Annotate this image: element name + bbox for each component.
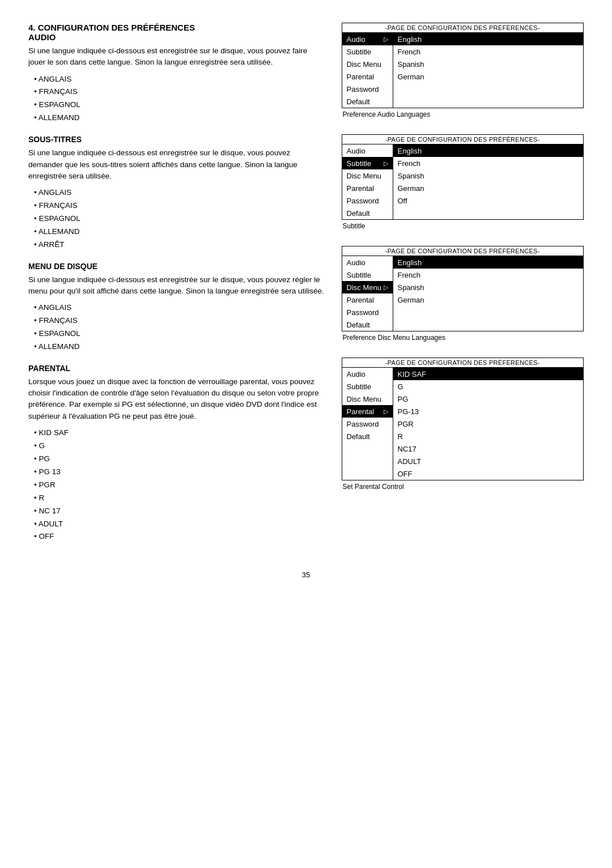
menu-item-parental[interactable]: Parental ▷ xyxy=(342,405,393,418)
menu-item-password[interactable]: Password xyxy=(342,194,393,207)
option-french[interactable]: French xyxy=(393,269,584,281)
menu-item-disc-menu[interactable]: Disc Menu xyxy=(342,58,393,70)
menu-item-disc-menu[interactable]: Disc Menu ▷ xyxy=(342,281,393,293)
menu-item-subtitle[interactable]: Subtitle xyxy=(342,380,393,393)
list-item: ANGLAIS xyxy=(34,73,325,86)
list-item: ESPAGNOL xyxy=(34,327,325,341)
audio-panel-caption: Preference Audio Languages xyxy=(342,110,584,118)
menu-item-label: Disc Menu xyxy=(347,172,381,180)
list-item: R xyxy=(34,492,325,505)
menu-item-parental[interactable]: Parental xyxy=(342,182,393,194)
parental-list: KID SAF G PG PG 13 PGR R NC 17 ADULT OFF xyxy=(34,427,325,543)
sous-titres-body: Si une langue indiquée ci-dessous est en… xyxy=(28,147,325,182)
menu-item-label: Password xyxy=(347,308,379,317)
menu-disque-list: ANGLAIS FRANÇAIS ESPAGNOL ALLEMAND xyxy=(34,301,325,354)
parental-heading: PARENTAL xyxy=(28,364,325,373)
option-german[interactable]: German xyxy=(393,70,584,83)
option-spanish[interactable]: Spanish xyxy=(393,58,584,70)
disc-menu-panel: -PAGE DE CONFIGURATION DES PRÉFÉRENCES- … xyxy=(342,246,584,342)
menu-item-default[interactable]: Default xyxy=(342,95,393,108)
menu-item-label: Parental xyxy=(347,407,374,416)
option-off[interactable]: OFF xyxy=(393,467,584,480)
menu-item-disc-menu[interactable]: Disc Menu xyxy=(342,393,393,405)
sous-titres-heading: SOUS-TITRES xyxy=(28,135,325,144)
option-spanish[interactable]: Spanish xyxy=(393,169,584,182)
list-item: FRANÇAIS xyxy=(34,314,325,327)
menu-item-label: Default xyxy=(347,321,370,329)
page-number: 35 xyxy=(28,571,584,579)
menu-item-default[interactable]: Default xyxy=(342,318,393,331)
menu-item-label: Default xyxy=(347,209,370,218)
list-item: OFF xyxy=(34,530,325,543)
menu-item-label: Disc Menu xyxy=(347,60,381,69)
list-item: ALLEMAND xyxy=(34,112,325,125)
arrow-icon: ▷ xyxy=(384,160,388,167)
sous-titres-list: ANGLAIS FRANÇAIS ESPAGNOL ALLEMAND ARRÊT xyxy=(34,186,325,252)
list-item: PG xyxy=(34,453,325,466)
option-french[interactable]: French xyxy=(393,45,584,58)
disc-menu-panel-caption: Preference Disc Menu Languages xyxy=(342,334,584,342)
parental-body: Lorsque vous jouez un disque avec la fon… xyxy=(28,376,325,422)
menu-item-password[interactable]: Password xyxy=(342,83,393,95)
section-parental: PARENTAL Lorsque vous jouez un disque av… xyxy=(28,364,325,543)
list-item: ARRÊT xyxy=(34,239,325,252)
list-item: ALLEMAND xyxy=(34,225,325,239)
option-pg13[interactable]: PG-13 xyxy=(393,405,584,418)
menu-item-label: Default xyxy=(347,432,370,441)
option-kid-saf[interactable]: KID SAF xyxy=(393,368,584,380)
list-item: PG 13 xyxy=(34,466,325,479)
menu-item-label: Audio xyxy=(347,147,366,155)
menu-item-label: Audio xyxy=(347,258,366,267)
menu-item-password[interactable]: Password xyxy=(342,418,393,430)
subtitle-panel-caption: Subtitle xyxy=(342,222,584,230)
menu-item-audio[interactable]: Audio xyxy=(342,368,393,380)
arrow-icon: ▷ xyxy=(384,284,388,291)
menu-item-audio[interactable]: Audio xyxy=(342,144,393,157)
option-english[interactable]: English xyxy=(393,256,584,269)
option-pgr[interactable]: PGR xyxy=(393,418,584,430)
audio-panel-menu: Audio ▷ Subtitle Disc Menu Parental Pass… xyxy=(342,33,393,108)
menu-item-disc-menu[interactable]: Disc Menu xyxy=(342,169,393,182)
menu-item-audio[interactable]: Audio xyxy=(342,256,393,269)
menu-item-subtitle[interactable]: Subtitle xyxy=(342,45,393,58)
option-g[interactable]: G xyxy=(393,380,584,393)
menu-item-audio[interactable]: Audio ▷ xyxy=(342,33,393,45)
audio-panel-box: Audio ▷ Subtitle Disc Menu Parental Pass… xyxy=(342,32,584,108)
option-german[interactable]: German xyxy=(393,182,584,194)
menu-item-label: Password xyxy=(347,197,379,205)
option-pg[interactable]: PG xyxy=(393,393,584,405)
parental-panel-options: KID SAF G PG PG-13 PGR R NC17 ADULT OFF xyxy=(393,368,584,480)
option-german[interactable]: German xyxy=(393,293,584,306)
option-off[interactable]: Off xyxy=(393,194,584,207)
option-nc17[interactable]: NC17 xyxy=(393,442,584,455)
option-english[interactable]: English xyxy=(393,144,584,157)
option-adult[interactable]: ADULT xyxy=(393,455,584,467)
menu-item-subtitle[interactable]: Subtitle ▷ xyxy=(342,157,393,169)
menu-disque-body: Si une langue indiquée ci-dessous est en… xyxy=(28,274,325,297)
list-item: PGR xyxy=(34,479,325,492)
audio-panel-options: English French Spanish German xyxy=(393,33,584,108)
menu-item-default[interactable]: Default xyxy=(342,430,393,442)
list-item: ESPAGNOL xyxy=(34,212,325,225)
menu-item-default[interactable]: Default xyxy=(342,207,393,219)
list-item: NC 17 xyxy=(34,505,325,518)
menu-item-parental[interactable]: Parental xyxy=(342,70,393,83)
section-audio: 4. CONFIGURATION DES PRÉFÉRENCESAUDIO Si… xyxy=(28,23,325,125)
section-sous-titres: SOUS-TITRES Si une langue indiquée ci-de… xyxy=(28,135,325,251)
option-spanish[interactable]: Spanish xyxy=(393,281,584,293)
audio-panel-header: -PAGE DE CONFIGURATION DES PRÉFÉRENCES- xyxy=(342,23,584,32)
menu-item-parental[interactable]: Parental xyxy=(342,293,393,306)
section-menu-disque: MENU DE DISQUE Si une langue indiquée ci… xyxy=(28,262,325,354)
menu-item-subtitle[interactable]: Subtitle xyxy=(342,269,393,281)
menu-item-label: Parental xyxy=(347,73,374,81)
option-french[interactable]: French xyxy=(393,157,584,169)
option-english[interactable]: English xyxy=(393,33,584,45)
parental-panel-caption: Set Parental Control xyxy=(342,483,584,491)
menu-item-label: Subtitle xyxy=(347,48,371,56)
menu-item-password[interactable]: Password xyxy=(342,306,393,318)
option-r[interactable]: R xyxy=(393,430,584,442)
menu-item-label: Subtitle xyxy=(347,271,371,279)
parental-panel: -PAGE DE CONFIGURATION DES PRÉFÉRENCES- … xyxy=(342,358,584,491)
parental-panel-menu: Audio Subtitle Disc Menu Parental ▷ Pass… xyxy=(342,368,393,480)
subtitle-panel-options: English French Spanish German Off xyxy=(393,144,584,219)
